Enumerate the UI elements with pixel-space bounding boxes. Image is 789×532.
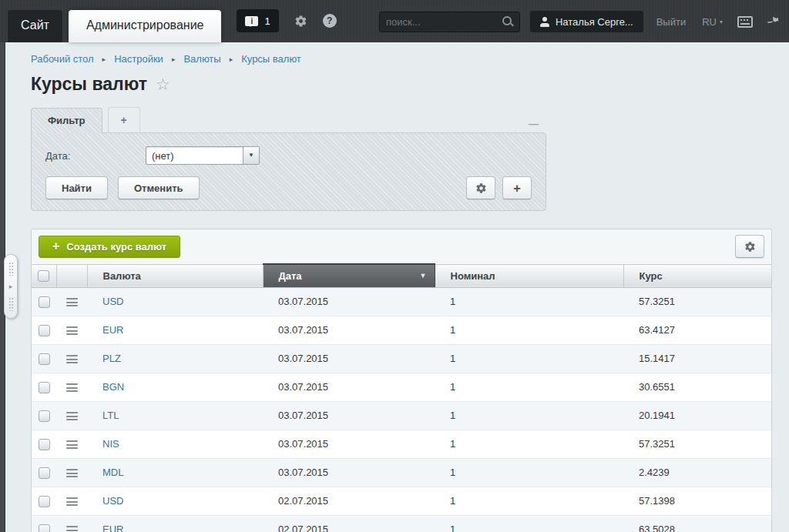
table-row: PLZ03.07.2015115.1417 (32, 344, 771, 373)
grid-settings-button[interactable] (735, 235, 764, 258)
filter-add-field-button[interactable]: + (502, 176, 532, 199)
rate-cell: 15.1417 (623, 344, 771, 373)
settings-gear-icon[interactable] (294, 15, 307, 28)
gear-icon (475, 182, 487, 194)
sidebar-expand-handle[interactable]: ▸ (4, 254, 18, 319)
row-checkbox[interactable] (39, 467, 50, 479)
row-checkbox-cell (32, 316, 56, 344)
breadcrumb-separator-icon: ▸ (102, 55, 106, 63)
currency-cell: USD (87, 287, 263, 316)
column-header-currency[interactable]: Валюта (87, 264, 263, 287)
tab-administration[interactable]: Администрирование (69, 10, 222, 42)
sort-desc-icon[interactable]: ▼ (420, 272, 427, 279)
date-filter-label: Дата: (45, 150, 146, 162)
top-bar: Сайт Администрирование i 1 ? Наталья Сер… (0, 0, 789, 42)
nominal-cell: 1 (435, 344, 623, 373)
filter-tab-label: Фильтр (48, 115, 86, 126)
column-header-nominal[interactable]: Номинал (435, 264, 623, 287)
row-menu-icon[interactable] (66, 383, 78, 392)
user-name: Наталья Серге... (556, 16, 633, 28)
select-all-cell (32, 264, 56, 287)
date-cell: 03.07.2015 (263, 373, 435, 401)
find-button[interactable]: Найти (45, 176, 108, 199)
currency-link[interactable]: USD (102, 495, 123, 507)
row-menu-icon[interactable] (66, 326, 78, 335)
cancel-button[interactable]: Отменить (118, 176, 200, 199)
filter-panel: Дата: (нет) ▼ Найти Отменить + (31, 132, 546, 211)
create-currency-rate-button[interactable]: + Создать курс валют (39, 236, 180, 258)
row-checkbox[interactable] (39, 410, 50, 422)
row-menu-icon[interactable] (66, 526, 78, 532)
row-menu-icon[interactable] (66, 355, 78, 363)
column-header-rate[interactable]: Курс (623, 264, 771, 287)
search-input[interactable] (386, 16, 502, 28)
row-checkbox[interactable] (39, 496, 50, 507)
nominal-cell: 1 (435, 373, 623, 401)
row-menu-icon[interactable] (66, 497, 78, 506)
row-checkbox-cell (32, 373, 56, 401)
currency-cell: NIS (87, 430, 263, 458)
help-icon[interactable]: ? (323, 14, 337, 28)
currency-link[interactable]: LTL (102, 410, 119, 421)
currency-link[interactable]: USD (102, 296, 123, 307)
search-icon[interactable] (502, 16, 513, 27)
row-checkbox[interactable] (39, 296, 50, 308)
row-checkbox[interactable] (39, 353, 50, 365)
row-menu-cell (56, 430, 87, 458)
gear-icon (744, 241, 756, 253)
nominal-cell: 1 (435, 487, 623, 515)
notification-count: 1 (264, 15, 270, 27)
currency-link[interactable]: PLZ (102, 353, 121, 364)
date-cell: 03.07.2015 (263, 401, 435, 430)
logout-link[interactable]: Выйти (656, 16, 687, 28)
breadcrumb-item-currency-rates[interactable]: Курсы валют (241, 53, 301, 65)
row-menu-icon[interactable] (66, 412, 78, 420)
column-header-date[interactable]: Дата ▼ (263, 264, 435, 287)
currency-rates-grid: + Создать курс валют Валюта (31, 229, 772, 532)
breadcrumb-item-desktop[interactable]: Рабочий стол (31, 53, 94, 65)
create-button-label: Создать курс валют (66, 241, 166, 253)
currency-link[interactable]: EUR (102, 524, 123, 532)
currency-cell: MDL (87, 458, 263, 487)
currency-link[interactable]: EUR (102, 324, 123, 336)
filter-tab[interactable]: Фильтр (31, 108, 102, 133)
row-checkbox[interactable] (39, 382, 50, 393)
row-menu-cell (56, 316, 87, 344)
breadcrumb-item-settings[interactable]: Настройки (114, 53, 163, 65)
row-checkbox[interactable] (39, 325, 50, 336)
breadcrumb-item-currencies[interactable]: Валюты (183, 53, 220, 65)
currency-link[interactable]: BGN (102, 381, 124, 393)
combo-dropdown-icon[interactable]: ▼ (243, 147, 259, 164)
table-row: USD02.07.2015157.1398 (32, 487, 771, 515)
language-selector[interactable]: RU ▾ (702, 16, 723, 28)
user-menu-button[interactable]: Наталья Серге... (530, 11, 643, 32)
tab-site[interactable]: Сайт (8, 10, 62, 42)
virtual-keyboard-icon[interactable] (737, 16, 753, 28)
favorite-star-icon[interactable]: ☆ (156, 76, 170, 92)
currency-link[interactable]: NIS (102, 438, 119, 450)
row-menu-icon[interactable] (66, 440, 78, 449)
pin-icon[interactable] (767, 15, 781, 28)
rate-cell: 63.5028 (623, 515, 771, 532)
currency-cell: LTL (87, 401, 263, 430)
minimize-filter-button[interactable]: — (529, 119, 546, 129)
select-all-checkbox[interactable] (38, 270, 49, 282)
rate-cell: 2.4239 (623, 458, 771, 487)
rate-cell: 57.1398 (623, 487, 771, 515)
filter-settings-button[interactable] (466, 176, 495, 199)
rate-cell: 63.4127 (623, 316, 771, 344)
row-checkbox[interactable] (39, 524, 50, 532)
notifications-button[interactable]: i 1 (237, 9, 278, 32)
add-filter-tab-button[interactable]: + (108, 107, 140, 133)
row-checkbox-cell (32, 487, 56, 515)
search-box (379, 12, 520, 32)
date-filter-select[interactable]: (нет) ▼ (146, 146, 260, 165)
row-menu-icon[interactable] (66, 298, 78, 306)
row-actions-header (56, 264, 87, 287)
row-checkbox[interactable] (39, 439, 50, 450)
row-checkbox-cell (32, 401, 56, 430)
rate-cell: 57.3251 (623, 430, 771, 458)
currency-link[interactable]: MDL (102, 467, 123, 478)
currency-table-body: USD03.07.2015157.3251EUR03.07.2015163.41… (32, 287, 771, 532)
row-menu-icon[interactable] (66, 469, 78, 477)
